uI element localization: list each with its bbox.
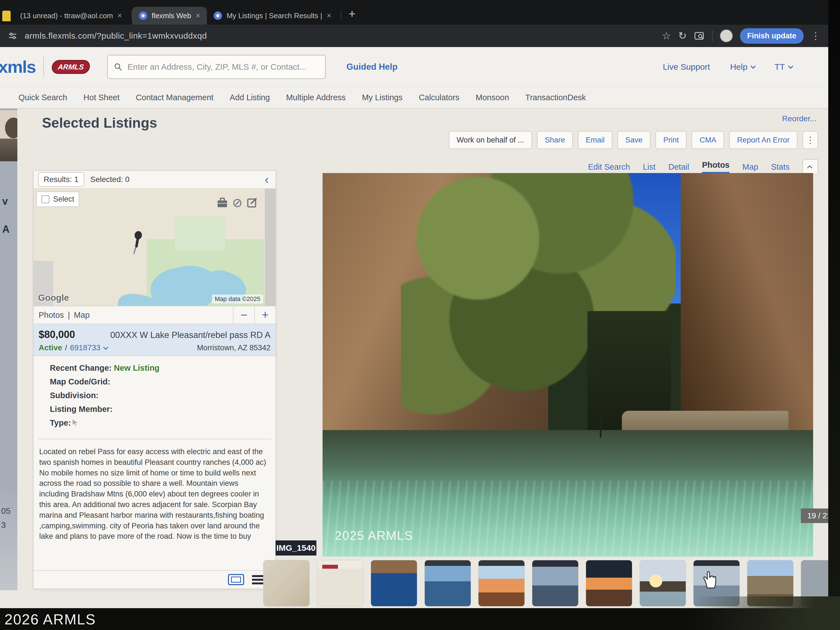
more-actions-kebab-icon[interactable]: ⋮ (802, 131, 818, 149)
field-label: Map Code/Grid: (50, 377, 111, 386)
reading-list-icon[interactable] (694, 31, 705, 41)
page-content: v A 05 3 Selected Listings Reorder... Wo… (0, 109, 828, 608)
field-label: Listing Member: (50, 404, 112, 414)
collapse-panel-button[interactable] (802, 159, 818, 175)
laptop-bezel-right (828, 0, 840, 630)
tab-edit-search[interactable]: Edit Search (588, 163, 630, 172)
photos-map-switch-row: Photos | Map − + (33, 306, 276, 324)
reorder-link[interactable]: Reorder... (782, 114, 816, 123)
save-button[interactable]: Save (617, 131, 651, 149)
select-checkbox[interactable] (41, 196, 49, 203)
help-menu[interactable]: Help (730, 62, 755, 72)
profile-avatar[interactable] (720, 29, 733, 42)
field-label: Recent Change: (50, 363, 112, 373)
photo-thumbnail-8[interactable] (639, 560, 686, 606)
prohibit-icon[interactable]: ⊘ (232, 197, 243, 209)
print-button[interactable]: Print (655, 131, 687, 149)
chevron-down-icon (103, 345, 108, 350)
zoom-out-button[interactable]: − (233, 306, 254, 324)
browser-address-bar: armls.flexmls.com/?public_link=1wmkxvudd… (0, 25, 828, 47)
google-logo: Google (38, 293, 69, 303)
bottom-watermark: 2026 ARMLS (5, 611, 96, 628)
tab-label: My Listings | Search Results | (227, 11, 322, 20)
bookmark-star-icon[interactable]: ☆ (662, 30, 671, 42)
nav-multiple-address[interactable]: Multiple Address (286, 93, 346, 102)
tab-flexmls-web[interactable]: flexmls Web × (132, 7, 207, 25)
mls-number-dropdown[interactable]: 6918733 (70, 343, 107, 352)
close-icon[interactable]: × (117, 11, 122, 20)
tab-label: flexmls Web (152, 11, 191, 20)
select-label: Select (53, 195, 74, 204)
global-search[interactable] (107, 55, 326, 79)
user-menu[interactable]: TT (774, 62, 792, 72)
tab-label: (13 unread) - ttraw@aol.com (20, 11, 113, 20)
live-support-link[interactable]: Live Support (663, 62, 710, 72)
nav-hot-sheet[interactable]: Hot Sheet (84, 93, 120, 102)
photo-thumbnail-4[interactable] (425, 560, 471, 606)
collapse-left-icon[interactable]: ‹ (265, 173, 271, 186)
history-icon[interactable]: ↻ (678, 30, 687, 42)
tab-list[interactable]: List (643, 163, 655, 172)
mini-map[interactable]: Select ⊘ (33, 189, 276, 306)
edit-note-icon[interactable] (246, 197, 257, 208)
photo-counter-badge: 19 / 21 (801, 508, 828, 523)
nav-calculators[interactable]: Calculators (419, 93, 459, 102)
new-tab-button[interactable]: + (349, 7, 355, 21)
guided-help-link[interactable]: Guided Help (346, 62, 398, 72)
tab-detail[interactable]: Detail (668, 163, 689, 172)
select-listing-control[interactable]: Select (36, 191, 79, 207)
cutoff-number: 3 (1, 520, 6, 530)
photo-thumbnail-2[interactable] (317, 560, 363, 606)
finish-update-button[interactable]: Finish update (740, 28, 804, 44)
cma-button[interactable]: CMA (692, 131, 724, 149)
tab-aol-mail[interactable]: (13 unread) - ttraw@aol.com × (13, 7, 129, 25)
map-link[interactable]: Map (74, 311, 90, 320)
report-error-button[interactable]: Report An Error (729, 131, 797, 149)
nav-my-listings[interactable]: My Listings (362, 93, 403, 102)
chevron-up-icon (807, 165, 812, 170)
share-button[interactable]: Share (537, 131, 573, 149)
nav-add-listing[interactable]: Add Listing (230, 93, 270, 102)
action-button-row: Work on behalf of ... Share Email Save P… (449, 131, 818, 149)
close-icon[interactable]: × (327, 11, 331, 20)
photo-thumbnail-5[interactable] (478, 560, 525, 606)
photo-thumbnail-7[interactable] (586, 560, 632, 606)
toolbox-icon[interactable] (216, 197, 228, 208)
field-value: New Listing (114, 363, 159, 373)
results-count[interactable]: Results: 1 (38, 172, 84, 187)
photo-thumbnail-3[interactable] (371, 560, 417, 606)
nav-quick-search[interactable]: Quick Search (19, 93, 67, 102)
search-input[interactable] (127, 62, 319, 72)
tab-my-listings[interactable]: My Listings | Search Results | × (207, 7, 338, 25)
browser-menu-icon[interactable]: ⋮ (811, 30, 820, 41)
armls-watermark: 2025 ARMLS (335, 529, 413, 543)
site-settings-icon[interactable] (8, 31, 17, 41)
listing-fields: Recent Change: New Listing Map Code/Grid… (33, 356, 276, 437)
results-header: Results: 1 Selected: 0 ‹ (33, 171, 276, 189)
tab-stats[interactable]: Stats (771, 163, 789, 172)
close-icon[interactable]: × (196, 11, 200, 20)
email-button[interactable]: Email (578, 131, 613, 149)
separator: | (68, 311, 70, 320)
photos-link[interactable]: Photos (39, 311, 64, 320)
listing-photo-large[interactable] (322, 173, 813, 557)
tab-map[interactable]: Map (742, 163, 758, 172)
separator: / (65, 343, 67, 352)
cutoff-number: 05 (1, 506, 10, 516)
gallery-view-icon[interactable] (228, 574, 244, 585)
pinned-tab-favicon[interactable] (2, 11, 11, 21)
nav-monsoon[interactable]: Monsoon (476, 93, 509, 102)
nav-contact-management[interactable]: Contact Management (136, 93, 213, 102)
work-on-behalf-button[interactable]: Work on behalf of ... (449, 131, 532, 149)
field-label: Subdivision: (50, 391, 99, 400)
photo-thumbnail-1[interactable] (263, 560, 309, 606)
zoom-in-button[interactable]: + (254, 306, 276, 324)
tab-photos[interactable]: Photos (702, 160, 729, 173)
armls-logo: ARMLS (51, 60, 91, 74)
nav-transactiondesk[interactable]: TransactionDesk (525, 93, 586, 102)
cutoff-left-panel: v A 05 3 (0, 109, 17, 590)
photo-thumbnail-6[interactable] (532, 560, 578, 606)
url-text[interactable]: armls.flexmls.com/?public_link=1wmkxvudd… (25, 31, 207, 41)
listing-summary[interactable]: $80,000 00XXX W Lake Pleasant/rebel pass… (33, 324, 276, 356)
listing-price: $80,000 (39, 329, 75, 341)
